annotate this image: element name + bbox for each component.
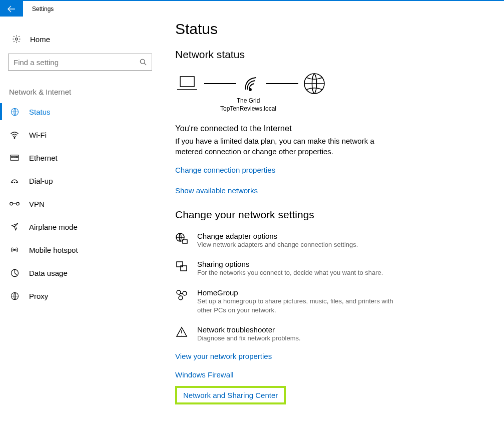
main-panel: Status Network status The Grid TopTenRev… bbox=[160, 17, 504, 432]
sidebar-item-dialup[interactable]: Dial-up bbox=[0, 169, 160, 192]
sidebar-item-ethernet[interactable]: Ethernet bbox=[0, 146, 160, 169]
sidebar-item-label: Proxy bbox=[20, 292, 48, 300]
svg-point-0 bbox=[16, 38, 18, 41]
network-name-label: The Grid bbox=[175, 97, 321, 105]
svg-point-3 bbox=[14, 137, 15, 138]
page-title: Status bbox=[175, 21, 489, 38]
svg-point-17 bbox=[249, 89, 251, 91]
hotspot-icon bbox=[9, 246, 20, 254]
sidebar-item-label: Dial-up bbox=[20, 177, 53, 185]
link-firewall[interactable]: Windows Firewall bbox=[175, 370, 489, 379]
change-settings-heading: Change your network settings bbox=[175, 209, 489, 221]
settings-title: Sharing options bbox=[197, 260, 383, 268]
settings-desc: View network adapters and change connect… bbox=[197, 240, 358, 249]
connector-line bbox=[204, 83, 236, 84]
sidebar-item-label: Wi-Fi bbox=[20, 131, 47, 139]
sidebar-section-heading: Network & Internet bbox=[0, 81, 160, 100]
ethernet-icon bbox=[9, 154, 20, 161]
sidebar-item-airplane[interactable]: Airplane mode bbox=[0, 215, 160, 238]
sidebar-item-vpn[interactable]: VPN bbox=[0, 192, 160, 215]
home-button[interactable]: Home bbox=[0, 28, 160, 51]
link-change-connection[interactable]: Change connection properties bbox=[175, 166, 489, 174]
vpn-icon bbox=[9, 201, 20, 207]
network-diagram bbox=[175, 73, 489, 95]
svg-point-9 bbox=[14, 182, 15, 183]
sidebar: Home Network & Internet Status Wi-Fi Eth… bbox=[0, 17, 160, 432]
home-label: Home bbox=[22, 35, 50, 44]
svg-point-25 bbox=[179, 296, 183, 300]
sidebar-item-wifi[interactable]: Wi-Fi bbox=[0, 123, 160, 146]
settings-title: Change adapter options bbox=[197, 232, 358, 240]
connector-line bbox=[266, 83, 298, 84]
svg-rect-5 bbox=[12, 156, 13, 158]
connected-title: You're connected to the Internet bbox=[175, 124, 489, 133]
link-show-networks[interactable]: Show available networks bbox=[175, 186, 489, 195]
sidebar-item-hotspot[interactable]: Mobile hotspot bbox=[0, 238, 160, 261]
svg-point-13 bbox=[14, 249, 15, 250]
settings-desc: Diagnose and fix network problems. bbox=[197, 334, 301, 343]
app-title: Settings bbox=[23, 6, 54, 13]
settings-desc: For the networks you connect to, decide … bbox=[197, 268, 383, 277]
diagram-labels: The Grid TopTenReviews.local bbox=[175, 97, 321, 113]
settings-desc: Set up a homegroup to share pictures, mu… bbox=[197, 297, 407, 314]
svg-rect-6 bbox=[14, 156, 16, 158]
sharing-icon bbox=[175, 260, 188, 277]
svg-point-12 bbox=[17, 202, 20, 205]
warning-icon bbox=[175, 325, 188, 343]
search-box[interactable] bbox=[8, 54, 152, 71]
sidebar-item-proxy[interactable]: Proxy bbox=[0, 284, 160, 307]
sidebar-item-label: Data usage bbox=[20, 269, 68, 277]
search-input[interactable] bbox=[14, 58, 140, 67]
svg-point-23 bbox=[177, 290, 181, 294]
wifi-signal-icon bbox=[241, 75, 261, 93]
sidebar-item-status[interactable]: Status bbox=[0, 100, 160, 123]
wifi-icon bbox=[9, 131, 20, 139]
svg-rect-20 bbox=[183, 240, 187, 243]
svg-rect-7 bbox=[17, 156, 18, 158]
laptop-icon bbox=[175, 75, 199, 93]
domain-label: TopTenReviews.local bbox=[175, 105, 321, 113]
svg-point-11 bbox=[10, 202, 13, 205]
globe-icon bbox=[9, 292, 20, 300]
settings-row-homegroup[interactable]: HomeGroup Set up a homegroup to share pi… bbox=[175, 288, 489, 314]
settings-row-sharing[interactable]: Sharing options For the networks you con… bbox=[175, 260, 489, 277]
arrow-left-icon bbox=[8, 6, 16, 13]
link-view-properties[interactable]: View your network properties bbox=[175, 352, 489, 360]
settings-row-troubleshooter[interactable]: Network troubleshooter Diagnose and fix … bbox=[175, 325, 489, 343]
highlighted-link-box: Network and Sharing Center bbox=[175, 386, 286, 404]
content-area: Home Network & Internet Status Wi-Fi Eth… bbox=[0, 17, 504, 432]
sidebar-item-label: Status bbox=[20, 108, 51, 116]
svg-point-10 bbox=[17, 182, 18, 183]
back-button[interactable] bbox=[0, 1, 23, 17]
link-sharing-center[interactable]: Network and Sharing Center bbox=[183, 391, 278, 399]
adapter-icon bbox=[175, 232, 188, 249]
globe-large-icon bbox=[303, 73, 325, 95]
homegroup-icon bbox=[175, 288, 188, 314]
settings-row-adapter[interactable]: Change adapter options View network adap… bbox=[175, 232, 489, 249]
globe-icon bbox=[9, 108, 20, 116]
gear-icon bbox=[11, 35, 22, 44]
sidebar-item-label: VPN bbox=[20, 200, 45, 208]
dialup-icon bbox=[9, 177, 20, 184]
svg-rect-16 bbox=[180, 77, 194, 87]
sidebar-item-label: Airplane mode bbox=[20, 223, 78, 231]
settings-title: HomeGroup bbox=[197, 288, 407, 297]
svg-point-8 bbox=[12, 182, 13, 183]
search-icon bbox=[140, 59, 147, 66]
sidebar-item-label: Mobile hotspot bbox=[20, 246, 78, 254]
connected-body: If you have a limited data plan, you can… bbox=[175, 136, 395, 157]
chart-icon bbox=[9, 269, 20, 277]
sidebar-item-label: Ethernet bbox=[20, 154, 58, 162]
airplane-icon bbox=[9, 222, 20, 231]
titlebar: Settings bbox=[0, 0, 504, 17]
sidebar-item-data-usage[interactable]: Data usage bbox=[0, 261, 160, 284]
network-status-heading: Network status bbox=[175, 49, 489, 61]
svg-point-24 bbox=[183, 291, 187, 295]
settings-title: Network troubleshooter bbox=[197, 325, 301, 334]
